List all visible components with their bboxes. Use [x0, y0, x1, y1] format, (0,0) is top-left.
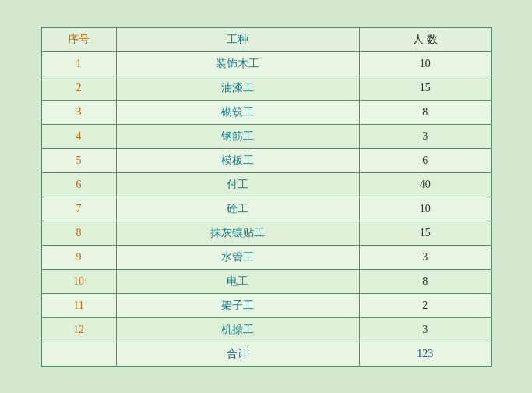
cell-index: 12	[41, 317, 116, 342]
cell-type: 油漆工	[116, 76, 360, 100]
cell-index: 2	[41, 76, 116, 100]
cell-count: 10	[360, 196, 491, 221]
header-type: 工种	[116, 27, 360, 51]
cell-count: 3	[360, 124, 491, 148]
total-row: 合计123	[41, 342, 491, 366]
table-row: 12机操工3	[41, 317, 491, 342]
cell-type: 抹灰镶贴工	[116, 221, 360, 245]
cell-type: 模板工	[116, 148, 360, 172]
cell-index: 10	[41, 269, 116, 293]
table-row: 1装饰木工10	[41, 51, 491, 76]
cell-index: 6	[41, 172, 116, 196]
cell-count: 10	[360, 51, 491, 76]
cell-type: 装饰木工	[116, 51, 360, 76]
table-row: 3砌筑工8	[41, 100, 491, 124]
table-row: 9水管工3	[41, 245, 491, 269]
table-row: 8抹灰镶贴工15	[41, 221, 491, 245]
cell-total-count: 123	[360, 342, 491, 366]
cell-count: 40	[360, 172, 491, 196]
cell-index: 1	[41, 51, 116, 76]
cell-index: 11	[41, 293, 116, 317]
main-table-container: 序号 工种 人 数 1装饰木工102油漆工153砌筑工84钢筋工35模板工66付…	[41, 27, 492, 367]
cell-index: 9	[41, 245, 116, 269]
cell-type: 架子工	[116, 293, 360, 317]
cell-type: 砌筑工	[116, 100, 360, 124]
cell-count: 3	[360, 317, 491, 342]
table-header-row: 序号 工种 人 数	[41, 27, 491, 51]
table-row: 11架子工2	[41, 293, 491, 317]
cell-index: 5	[41, 148, 116, 172]
cell-type: 付工	[116, 172, 360, 196]
cell-count: 8	[360, 269, 491, 293]
table-row: 6付工40	[41, 172, 491, 196]
header-count: 人 数	[360, 27, 491, 51]
cell-count: 3	[360, 245, 491, 269]
cell-type: 机操工	[116, 317, 360, 342]
cell-count: 8	[360, 100, 491, 124]
header-index: 序号	[41, 27, 116, 51]
table-row: 5模板工6	[41, 148, 491, 172]
cell-type: 钢筋工	[116, 124, 360, 148]
workers-table: 序号 工种 人 数 1装饰木工102油漆工153砌筑工84钢筋工35模板工66付…	[41, 27, 491, 366]
cell-count: 2	[360, 293, 491, 317]
table-row: 4钢筋工3	[41, 124, 491, 148]
cell-count: 15	[360, 221, 491, 245]
cell-index: 4	[41, 124, 116, 148]
cell-type: 砼工	[116, 196, 360, 221]
cell-index: 3	[41, 100, 116, 124]
cell-type: 电工	[116, 269, 360, 293]
cell-total-empty	[41, 342, 116, 366]
cell-count: 15	[360, 76, 491, 100]
table-row: 2油漆工15	[41, 76, 491, 100]
cell-count: 6	[360, 148, 491, 172]
table-row: 7砼工10	[41, 196, 491, 221]
cell-type: 水管工	[116, 245, 360, 269]
cell-total-label: 合计	[116, 342, 360, 366]
table-row: 10电工8	[41, 269, 491, 293]
cell-index: 7	[41, 196, 116, 221]
cell-index: 8	[41, 221, 116, 245]
